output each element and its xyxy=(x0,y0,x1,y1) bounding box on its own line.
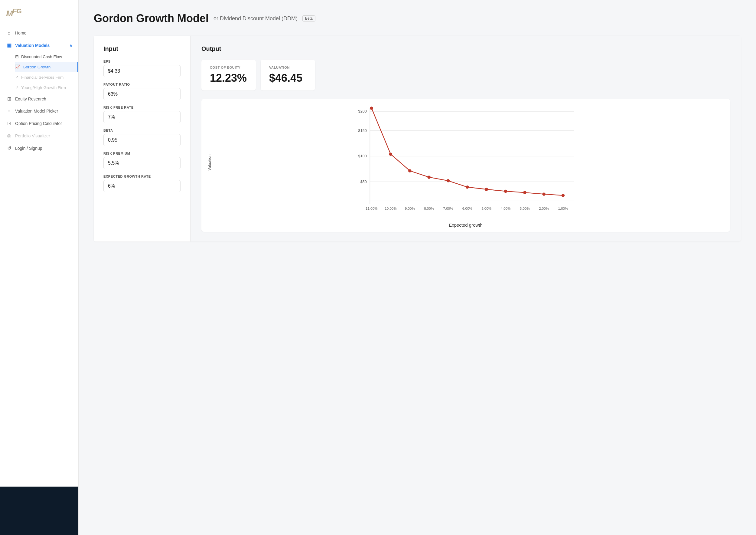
svg-text:2.00%: 2.00% xyxy=(539,206,549,210)
expected-growth-rate-label: EXPECTED GROWTH RATE xyxy=(103,175,180,178)
field-risk-premium: RISK PREMIUM xyxy=(103,152,180,169)
valuation-label: VALUATION xyxy=(269,66,307,69)
output-panel: Output COST OF EQUITY 12.23% VALUATION $… xyxy=(191,36,741,241)
sidebar-item-discounted-cash-flow[interactable]: ⊞ Discounted Cash Flow xyxy=(15,51,78,62)
page-header: Gordon Growth Model or Dividend Discount… xyxy=(94,12,741,25)
svg-text:8.00%: 8.00% xyxy=(424,206,434,210)
grid-icon: ▣ xyxy=(6,42,12,48)
sidebar-item-financial-label: Financial Services Firm xyxy=(21,75,64,80)
option-icon: ⊡ xyxy=(6,121,12,126)
sidebar-item-gordon-label: Gordon Growth xyxy=(23,65,50,69)
svg-text:3.00%: 3.00% xyxy=(520,206,530,210)
output-panel-title: Output xyxy=(202,45,730,52)
sidebar-item-login-label: Login / Signup xyxy=(15,146,42,151)
data-point-1 xyxy=(389,153,392,156)
svg-text:6.00%: 6.00% xyxy=(462,206,472,210)
sidebar-item-financial-services: ↗ Financial Services Firm xyxy=(15,72,78,82)
expected-growth-rate-input[interactable] xyxy=(103,180,180,192)
field-eps: EPS xyxy=(103,60,180,77)
field-beta: BETA xyxy=(103,128,180,146)
svg-text:$200: $200 xyxy=(358,109,367,113)
eps-label: EPS xyxy=(103,60,180,63)
portfolio-icon: ◎ xyxy=(6,133,12,139)
input-panel-title: Input xyxy=(103,45,180,52)
sidebar: MFG ⌂ Home ▣ Valuation Models ∧ ⊞ Discou… xyxy=(0,0,79,535)
sidebar-item-home[interactable]: ⌂ Home xyxy=(0,27,78,39)
content-area: Input EPS PAYOUT RATIO RISK-FREE RATE BE… xyxy=(94,36,741,241)
sidebar-nav: ⌂ Home ▣ Valuation Models ∧ ⊞ Discounted… xyxy=(0,24,78,487)
sidebar-bottom xyxy=(0,487,78,535)
svg-text:7.00%: 7.00% xyxy=(443,206,453,210)
chart-wrap: Valuation $200 $150 $ xyxy=(204,105,727,220)
trend-icon: ↗ xyxy=(15,75,19,80)
risk-free-rate-input[interactable] xyxy=(103,111,180,123)
list-icon: ≡ xyxy=(6,108,12,114)
svg-text:9.00%: 9.00% xyxy=(405,206,415,210)
sidebar-item-equity-label: Equity Research xyxy=(15,97,46,101)
logo: MFG xyxy=(0,0,78,24)
sidebar-item-valuation-picker[interactable]: ≡ Valuation Model Picker xyxy=(0,105,78,117)
data-point-8 xyxy=(523,191,526,194)
data-point-2 xyxy=(408,169,412,173)
data-point-10 xyxy=(561,194,565,197)
data-point-9 xyxy=(542,192,546,196)
output-cards: COST OF EQUITY 12.23% VALUATION $46.45 xyxy=(202,60,730,91)
data-point-7 xyxy=(504,190,507,193)
sidebar-item-valuation-models-label: Valuation Models xyxy=(15,43,50,48)
equity-icon: ⊞ xyxy=(6,96,12,102)
sidebar-item-login[interactable]: ↺ Login / Signup xyxy=(0,142,78,154)
svg-text:$150: $150 xyxy=(358,128,367,133)
beta-input[interactable] xyxy=(103,134,180,146)
payout-ratio-label: PAYOUT RATIO xyxy=(103,83,180,86)
sidebar-item-equity-research[interactable]: ⊞ Equity Research xyxy=(0,93,78,105)
chart-y-label: Valuation xyxy=(207,154,212,170)
svg-text:1.00%: 1.00% xyxy=(558,206,568,210)
field-expected-growth-rate: EXPECTED GROWTH RATE xyxy=(103,175,180,192)
payout-ratio-input[interactable] xyxy=(103,88,180,100)
field-risk-free-rate: RISK-FREE RATE xyxy=(103,106,180,123)
cost-of-equity-label: COST OF EQUITY xyxy=(210,66,247,69)
sidebar-item-option-label: Option Pricing Calculator xyxy=(15,121,62,126)
chart-container: Valuation $200 $150 $ xyxy=(202,99,730,232)
table-icon: ⊞ xyxy=(15,54,19,59)
svg-text:11.00%: 11.00% xyxy=(365,206,377,210)
login-icon: ↺ xyxy=(6,145,12,151)
sidebar-item-home-label: Home xyxy=(15,31,26,35)
risk-premium-input[interactable] xyxy=(103,157,180,169)
chart-svg: $200 $150 $100 $50 11.00% 10.00% 9.00% 8… xyxy=(204,105,727,220)
trend2-icon: ↗ xyxy=(15,85,19,90)
chevron-up-icon: ∧ xyxy=(69,43,72,47)
cost-of-equity-value: 12.23% xyxy=(210,72,247,84)
chart-x-label: Expected growth xyxy=(204,222,727,228)
logo-text: MFG xyxy=(6,9,21,18)
valuation-card: VALUATION $46.45 xyxy=(261,60,315,91)
page-subtitle: or Dividend Discount Model (DDM) xyxy=(213,15,298,22)
field-payout-ratio: PAYOUT RATIO xyxy=(103,83,180,100)
svg-text:4.00%: 4.00% xyxy=(500,206,510,210)
data-point-4 xyxy=(446,179,450,183)
sidebar-item-gordon-growth[interactable]: 📈 Gordon Growth xyxy=(15,62,78,72)
valuation-value: $46.45 xyxy=(269,72,307,84)
chart-line xyxy=(372,108,563,195)
sidebar-item-option-pricing[interactable]: ⊡ Option Pricing Calculator xyxy=(0,117,78,129)
svg-text:$50: $50 xyxy=(361,180,367,184)
sidebar-item-portfolio: ◎ Portfolio Visualizer xyxy=(0,129,78,142)
sidebar-item-portfolio-label: Portfolio Visualizer xyxy=(15,133,50,138)
data-point-3 xyxy=(427,176,431,179)
main-content: Gordon Growth Model or Dividend Discount… xyxy=(79,0,756,535)
data-point-5 xyxy=(466,185,469,189)
svg-text:5.00%: 5.00% xyxy=(481,206,491,210)
sidebar-item-dcf-label: Discounted Cash Flow xyxy=(21,54,62,59)
svg-text:10.00%: 10.00% xyxy=(385,206,396,210)
page-title: Gordon Growth Model xyxy=(94,12,209,25)
beta-label: BETA xyxy=(103,128,180,132)
beta-badge: Beta xyxy=(302,15,315,21)
chart-icon: 📈 xyxy=(15,65,20,69)
sidebar-item-valuation-models[interactable]: ▣ Valuation Models ∧ xyxy=(0,39,78,51)
data-point-0 xyxy=(370,106,373,110)
svg-text:$100: $100 xyxy=(358,154,367,158)
sidebar-sub-nav: ⊞ Discounted Cash Flow 📈 Gordon Growth ↗… xyxy=(0,51,78,93)
eps-input[interactable] xyxy=(103,65,180,77)
input-panel: Input EPS PAYOUT RATIO RISK-FREE RATE BE… xyxy=(94,36,191,241)
sidebar-item-young-label: Young/High-Growth Firm xyxy=(21,85,66,90)
